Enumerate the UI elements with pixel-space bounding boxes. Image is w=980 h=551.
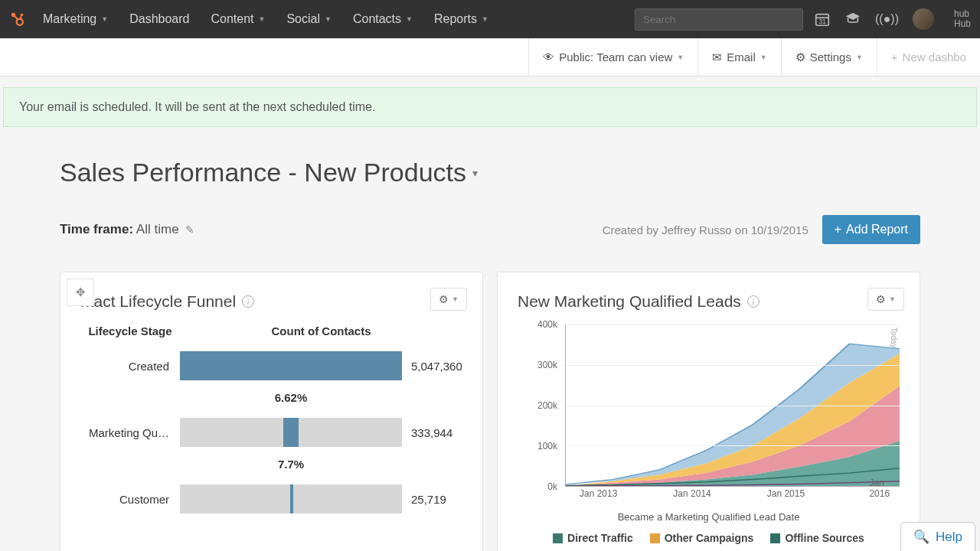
svg-point-1	[21, 14, 24, 17]
top-icons: 31 ((●)) hubHub	[814, 8, 971, 30]
funnel-stage-label: Created	[80, 360, 180, 373]
y-tick: 300k	[537, 360, 557, 370]
timeframe-label: Time frame:	[60, 222, 133, 236]
top-nav: Marketing▼ Dashboard Content▼ Social▼ Co…	[0, 0, 980, 38]
drag-handle[interactable]: ✥	[67, 279, 94, 306]
card-title: ntact Lifecycle Funnel i	[80, 292, 462, 311]
chevron-down-icon: ▼	[406, 15, 413, 23]
x-tick: Jan 2015	[767, 488, 805, 499]
subnav-new-dashboard[interactable]: + New dashbo	[877, 38, 980, 76]
funnel-stage-label: Customer	[80, 493, 180, 506]
y-tick: 400k	[537, 319, 557, 330]
chevron-down-icon: ▾	[472, 167, 478, 179]
card-title-text: ntact Lifecycle Funnel	[80, 292, 236, 311]
card-settings-button[interactable]: ⚙▼	[867, 288, 904, 311]
plus-icon: +	[891, 51, 898, 64]
search-input[interactable]	[635, 8, 803, 31]
funnel-row: Created 5,047,360	[80, 351, 462, 380]
timeframe-value: All time	[136, 222, 179, 236]
add-report-button[interactable]: + Add Report	[822, 215, 920, 244]
card-settings-button[interactable]: ⚙▼	[430, 288, 467, 311]
timeframe[interactable]: Time frame: All time ✎	[60, 222, 194, 237]
legend-label: Offline Sources	[785, 532, 864, 544]
subnav-label: Public: Team can view	[559, 51, 672, 64]
nav-brand-label: Marketing	[43, 12, 96, 26]
subnav-label: New dashbo	[903, 51, 966, 64]
gear-icon: ⚙	[439, 293, 449, 305]
card-title-text: New Marketing Qualified Leads	[518, 292, 741, 311]
funnel-conversion: 7.7%	[180, 458, 402, 471]
cards-row: ✥ ⚙▼ ntact Lifecycle Funnel i Lifecycle …	[60, 272, 920, 551]
funnel-bar	[180, 484, 402, 514]
chevron-down-icon: ▼	[101, 15, 108, 23]
academy-icon[interactable]	[844, 11, 861, 28]
subnav-public[interactable]: 👁 Public: Team can view ▼	[528, 38, 697, 76]
plot-area: Today	[565, 324, 900, 487]
created-by-text: Created by Jeffrey Russo on 10/19/2015	[603, 223, 808, 236]
legend-swatch	[770, 533, 780, 543]
funnel-row: Customer 25,719	[80, 484, 462, 514]
meta-row: Time frame: All time ✎ Created by Jeffre…	[60, 215, 920, 244]
funnel-value: 5,047,360	[411, 360, 462, 373]
today-marker: Today	[890, 328, 898, 348]
nav-item-label: Content	[211, 12, 253, 26]
y-tick: 100k	[537, 441, 557, 452]
y-tick: 0k	[547, 481, 557, 492]
funnel-value: 333,944	[411, 426, 452, 439]
envelope-icon: ✉	[712, 51, 722, 64]
funnel-stage-label: Marketing Qu…	[80, 426, 180, 439]
x-tick: Jan 2016	[869, 478, 890, 499]
legend-swatch	[650, 533, 660, 543]
legend-item: Direct Traffic	[553, 532, 633, 544]
broadcast-icon[interactable]: ((●))	[875, 12, 899, 26]
area-chart: 400k 300k 200k 100k 0k	[518, 324, 900, 508]
funnel-value: 25,719	[411, 493, 446, 506]
chevron-down-icon: ▼	[856, 54, 863, 61]
pencil-icon[interactable]: ✎	[185, 223, 194, 236]
info-icon[interactable]: i	[242, 295, 254, 308]
nav-dashboard[interactable]: Dashboard	[119, 12, 200, 26]
svg-text:31: 31	[818, 18, 826, 25]
calendar-icon[interactable]: 31	[814, 11, 831, 28]
nav-brand[interactable]: Marketing▼	[32, 12, 119, 26]
x-tick: Jan 2014	[673, 488, 710, 499]
nav-reports[interactable]: Reports▼	[423, 12, 499, 26]
chevron-down-icon: ▼	[760, 54, 767, 61]
eye-icon: 👁	[543, 51, 554, 64]
nav-item-label: Social	[286, 12, 320, 26]
card-mql-chart: ⚙▼ New Marketing Qualified Leads i 400k …	[497, 272, 920, 551]
info-icon[interactable]: i	[747, 295, 760, 308]
gear-icon: ⚙	[876, 293, 886, 305]
nav-item-label: Contacts	[353, 12, 401, 26]
nav-social[interactable]: Social▼	[276, 12, 342, 26]
svg-line-3	[15, 16, 18, 20]
page-title[interactable]: Sales Performance - New Products ▾	[60, 158, 920, 187]
account-text: hubHub	[954, 9, 971, 29]
chevron-down-icon: ▼	[325, 15, 332, 23]
help-button[interactable]: 🔍 Help	[900, 522, 975, 551]
y-axis: 400k 300k 200k 100k 0k	[518, 324, 560, 487]
legend-item: Offline Sources	[770, 532, 864, 544]
legend-swatch	[553, 533, 563, 543]
chevron-down-icon: ▼	[482, 15, 488, 23]
card-lifecycle-funnel: ✥ ⚙▼ ntact Lifecycle Funnel i Lifecycle …	[60, 272, 483, 551]
chevron-down-icon: ▼	[677, 54, 684, 61]
nav-contacts[interactable]: Contacts▼	[342, 12, 423, 26]
legend-item: Other Campaigns	[650, 532, 754, 544]
legend-label: Other Campaigns	[665, 532, 754, 544]
y-tick: 200k	[537, 400, 557, 411]
nav-content[interactable]: Content▼	[200, 12, 276, 26]
page-title-text: Sales Performance - New Products	[60, 158, 466, 187]
funnel-bar	[180, 418, 402, 447]
subnav-email[interactable]: ✉ Email ▼	[697, 38, 780, 76]
card-title: New Marketing Qualified Leads i	[518, 292, 900, 311]
main-content: Sales Performance - New Products ▾ Time …	[0, 127, 980, 551]
nav-item-label: Dashboard	[129, 12, 189, 26]
subnav-settings[interactable]: ⚙ Settings ▼	[781, 38, 877, 76]
chevron-down-icon: ▼	[889, 295, 896, 303]
nav-item-label: Reports	[434, 12, 477, 26]
funnel-row: Marketing Qu… 333,944	[80, 418, 462, 447]
avatar[interactable]	[913, 8, 934, 30]
alert-banner: Your email is scheduled. It will be sent…	[3, 87, 977, 127]
funnel-chart: Lifecycle Stage Count of Contacts Create…	[80, 324, 462, 514]
